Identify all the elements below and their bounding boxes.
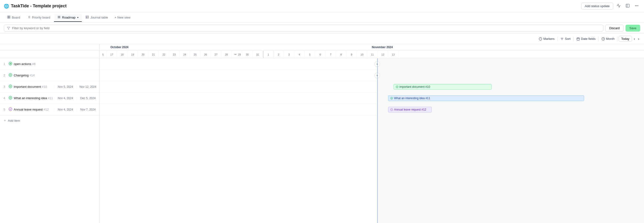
day-cell: 20 [138,51,148,58]
date-fields-label: Date fields [581,37,596,41]
day-cell: 7 [326,51,336,58]
tab-board[interactable]: Board [4,14,24,22]
gantt-row-3: important document #10 [100,81,644,93]
sort-icon [560,37,564,41]
task-num: 3 [0,85,8,89]
app-title: TaskTide - Template project [11,4,66,9]
svg-point-40 [10,86,11,87]
new-view-label: + New view [115,16,130,19]
roadmap-tab-icon [57,16,61,20]
task-num: 2 [0,74,8,77]
gantt-bar-4[interactable]: What an interesting idea #11 [388,95,584,101]
day-cell: 23 [169,51,180,58]
svg-rect-0 [626,4,629,7]
task-start-4: Nov 4, 2024 [54,97,76,100]
svg-rect-18 [86,16,88,18]
task-name-2: Changelog #14 [14,74,99,77]
gantt-bar-3[interactable]: important document #10 [394,84,492,90]
toolbar: Markers Sort Date fields Month Today ‹ › [0,34,644,44]
main-content: 1 open actions #8 2 Changelog #14 [0,44,644,223]
day-cell: 17 [106,51,117,58]
month-button[interactable]: Month [600,36,616,42]
today-button[interactable]: Today [619,36,632,42]
task-name-4: What an interesting idea #11 [14,96,54,100]
day-cell: 18 [117,51,128,58]
day-headers-row: 5 17 18 19 20 21 22 23 24 25 26 27 28 ⇔2… [100,51,644,58]
tab-new-view[interactable]: + New view [112,14,134,21]
day-cell: 8 [336,51,346,58]
month-icon [602,37,605,41]
day-cell: 11 [367,51,378,58]
day-cell: 21 [148,51,159,58]
svg-point-41 [9,96,12,99]
date-fields-button[interactable]: Date fields [574,36,597,42]
gantt-layout: 1 open actions #8 2 Changelog #14 [0,44,644,223]
task-end-3: Nov 12, 2024 [76,85,99,89]
month-label-nov: November 2024 [372,46,393,49]
status-icon-inprogress-2 [8,73,12,78]
task-name-5: Annual leave request #12 [14,108,54,111]
task-name-3: important document #10 [14,85,54,89]
sort-button[interactable]: Sort [558,36,572,42]
day-cell: 10 [357,51,367,58]
task-row: 1 open actions #8 [0,58,99,70]
day-cell: 12 [378,51,388,58]
gantt-panel: October 2024 November 2024 5 17 18 19 20… [100,44,644,223]
sep3 [598,37,599,41]
panel-icon-button[interactable] [624,2,631,10]
gantt-bar-label-4: What an interesting idea #11 [394,97,430,100]
tab-roadmap-dropdown-icon[interactable]: ▾ [77,16,78,19]
svg-point-3 [636,5,637,6]
left-day-spacer [0,51,99,58]
svg-rect-5 [8,16,9,17]
tab-journal-table[interactable]: Journal table [82,14,111,22]
gantt-row-1: + [100,58,644,70]
day-cell: 22 [159,51,169,58]
tab-roadmap[interactable]: Roadmap ▾ [54,14,82,22]
svg-point-2 [635,5,636,6]
gantt-row-5: Annual leave request #12 [100,104,644,115]
status-icon-inprogress [8,62,12,66]
svg-point-35 [9,62,12,65]
left-month-spacer [0,44,99,51]
add-item-row[interactable]: + Add item [0,115,99,125]
sep1 [557,37,558,41]
gantt-rows-container: + + important document #10 [100,58,644,223]
tab-priority-board[interactable]: Priority board [24,14,54,22]
gantt-bar-5[interactable]: Annual leave request #12 [388,107,432,112]
svg-rect-29 [577,38,580,40]
day-cell: 6 [315,51,326,58]
save-button[interactable]: Save [626,25,640,32]
gantt-row-2: + [100,70,644,81]
add-status-button[interactable]: Add status update [581,3,613,10]
prev-button[interactable]: ‹ [633,36,636,42]
filter-input-wrap [4,25,603,32]
svg-point-44 [396,86,398,88]
svg-point-42 [10,97,11,98]
day-cell: 30 [242,51,252,58]
tab-board-label: Board [12,16,20,19]
date-fields-icon [576,37,580,41]
task-end-4: Dec 5, 2024 [76,97,99,100]
sep2 [574,37,574,41]
next-button[interactable]: › [637,36,640,42]
chart-icon-button[interactable] [615,2,622,10]
filter-icon [7,27,10,30]
today-line [377,58,378,223]
task-start-5: Nov 4, 2024 [54,108,76,111]
svg-rect-7 [8,17,9,18]
day-cell: 28 [221,51,232,58]
discard-button[interactable]: Discard [605,25,624,32]
task-num: 5 [0,108,8,111]
month-label-oct: October 2024 [110,46,128,49]
filter-input[interactable] [12,26,600,30]
resize-handle-indicator: ⇔ [233,52,238,57]
markers-button[interactable]: Markers [537,36,556,42]
svg-rect-8 [9,17,10,18]
tab-journal-table-label: Journal table [90,16,108,19]
task-num: 1 [0,62,8,66]
more-icon-button[interactable] [633,2,640,10]
filter-bar: Discard Save [0,23,644,34]
svg-point-43 [9,107,12,111]
month-labels-row: October 2024 November 2024 [100,44,644,51]
